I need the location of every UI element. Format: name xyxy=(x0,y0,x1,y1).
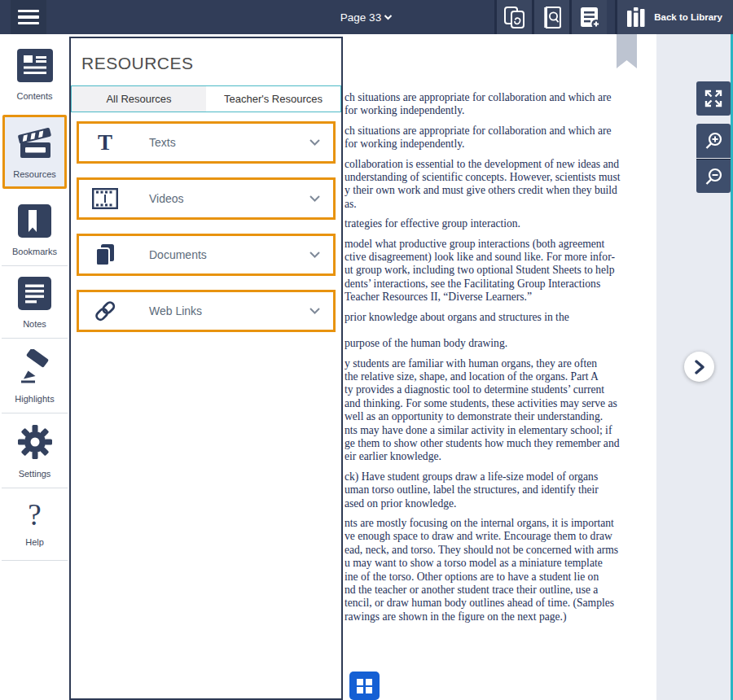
document-line: ve enough space to draw and write. Encou… xyxy=(345,530,656,543)
document-line: rawings are shown in the figure on the n… xyxy=(345,610,656,623)
section-label: Web Links xyxy=(149,304,309,317)
section-label: Texts xyxy=(149,136,309,149)
zoom-out-button[interactable] xyxy=(696,159,731,193)
document-line: nts may have done a similar activity in … xyxy=(345,424,656,437)
highlights-icon xyxy=(15,349,55,388)
texts-icon: T xyxy=(92,131,118,154)
document-line: and thinking. For some students, these a… xyxy=(345,397,656,410)
document-line: Teacher Resources II, “Diverse Learners.… xyxy=(345,291,656,304)
document-line: ty provides a diagnostic tool to determi… xyxy=(345,383,656,396)
document-line: dents’ interactions, see the Facilitatin… xyxy=(345,278,656,291)
section-texts[interactable]: TTexts xyxy=(77,121,336,164)
book-search-icon xyxy=(540,6,564,29)
document-page[interactable]: ch situations are appropriate for collab… xyxy=(343,34,656,700)
document-line: ine of the torso. Other options are to h… xyxy=(345,571,656,584)
page-selector-button[interactable]: Page 33 xyxy=(340,11,393,24)
zoom-in-icon xyxy=(703,130,724,151)
documents-icon xyxy=(92,243,118,268)
sidebar-item-settings[interactable]: Settings xyxy=(2,413,68,488)
section-web-links[interactable]: Web Links xyxy=(77,290,336,332)
document-line: ased on prior knowledge. xyxy=(345,497,656,510)
top-bar: Page 33 xyxy=(0,0,733,34)
chevron-down-icon[interactable] xyxy=(309,195,321,203)
copy-link-pages-icon xyxy=(503,6,527,29)
document-line: collaboration is essential to the develo… xyxy=(345,158,656,171)
chevron-down-icon xyxy=(384,14,393,20)
next-page-chevron-icon xyxy=(694,360,705,374)
document-line: ck) Have student groups draw a life-size… xyxy=(345,470,656,483)
search-book-button[interactable] xyxy=(532,0,569,34)
sidebar-item-highlights[interactable]: Highlights xyxy=(2,338,68,413)
document-text: ch situations are appropriate for collab… xyxy=(345,91,656,630)
zoom-in-button[interactable] xyxy=(696,124,731,158)
tab-teacher-s-resources[interactable]: Teacher's Resources xyxy=(206,86,340,112)
document-line: ge them to show other students how much … xyxy=(345,437,656,450)
document-paragraph: ch situations are appropriate for collab… xyxy=(345,125,656,151)
document-line: well as an opportunity to demonstrate th… xyxy=(345,410,656,423)
document-line: ut group work, including two optional St… xyxy=(345,264,656,277)
web-link-chain-icon xyxy=(92,298,118,324)
document-paragraph: purpose of the human body drawing. xyxy=(345,337,656,350)
section-videos[interactable]: Videos xyxy=(77,177,336,220)
copy-page-link-button[interactable] xyxy=(494,0,532,34)
sidebar-item-label: Contents xyxy=(16,91,52,101)
hamburger-icon xyxy=(18,10,39,13)
tab-all-resources[interactable]: All Resources xyxy=(72,86,206,112)
section-label: Documents xyxy=(149,248,309,261)
document-line: ctive disagreement) look like and sound … xyxy=(345,251,656,264)
add-note-button[interactable] xyxy=(569,0,607,34)
fullscreen-expand-icon xyxy=(703,88,724,109)
back-to-library-button[interactable]: Back to Library xyxy=(615,0,733,34)
chevron-down-icon[interactable] xyxy=(309,138,321,147)
document-line: uman torso outline, label the structures… xyxy=(345,483,656,497)
contents-icon xyxy=(17,49,53,85)
document-paragraph: ck) Have student groups draw a life-size… xyxy=(345,470,656,510)
sidebar-item-label: Bookmarks xyxy=(12,247,57,256)
resources-icon xyxy=(16,125,54,164)
topbar-actions: Back to Library xyxy=(494,0,733,34)
resources-panel-title: RESOURCES xyxy=(81,54,341,73)
library-books-icon xyxy=(626,7,647,28)
document-line: nts are mostly focusing on the internal … xyxy=(345,517,656,530)
videos-film-icon xyxy=(92,188,118,209)
thumbnail-grid-icon xyxy=(356,678,373,694)
sidebar-item-label: Help xyxy=(25,537,44,547)
note-add-icon xyxy=(577,6,602,29)
document-paragraph: collaboration is essential to the develo… xyxy=(345,158,656,212)
document-paragraph: trategies for effective group interactio… xyxy=(345,217,656,230)
document-line: ch situations are appropriate for collab… xyxy=(345,125,656,138)
chevron-down-icon[interactable] xyxy=(309,251,321,259)
document-line: u may want to show a torso model as a mi… xyxy=(345,557,656,570)
document-line: y students are familiar with human organ… xyxy=(345,357,656,370)
sidebar-item-resources[interactable]: Resources xyxy=(2,115,67,189)
sidebar-item-help[interactable]: ?Help xyxy=(2,488,68,561)
chevron-down-icon[interactable] xyxy=(309,307,321,315)
settings-gear-icon xyxy=(17,424,53,463)
thumbnail-grid-button[interactable] xyxy=(349,672,380,700)
sidebar-item-label: Highlights xyxy=(15,394,54,404)
resources-panel: RESOURCES All ResourcesTeacher's Resourc… xyxy=(69,37,343,700)
sidebar-item-label: Notes xyxy=(23,319,46,329)
sidebar-item-label: Settings xyxy=(19,469,51,479)
document-line: the relative size, shape, and location o… xyxy=(345,370,656,383)
document-paragraph: ch situations are appropriate for collab… xyxy=(345,91,656,118)
fullscreen-button[interactable] xyxy=(696,81,731,116)
document-line: tencil, or draw human body outlines ahea… xyxy=(345,597,656,610)
document-line: understanding of scientific concepts. Ho… xyxy=(345,171,656,184)
help-question-icon: ? xyxy=(28,499,41,532)
section-label: Videos xyxy=(149,192,309,205)
document-line: nd the teacher or another student trace … xyxy=(345,584,656,597)
sidebar-item-label: Resources xyxy=(13,169,56,179)
next-page-button[interactable] xyxy=(684,352,714,382)
section-documents[interactable]: Documents xyxy=(77,234,336,276)
hamburger-icon xyxy=(18,15,39,19)
sidebar-item-notes[interactable]: Notes xyxy=(2,265,68,338)
page-label: Page 33 xyxy=(340,11,381,24)
document-paragraph: y students are familiar with human organ… xyxy=(345,357,656,464)
hamburger-menu-button[interactable] xyxy=(11,0,46,34)
hamburger-icon xyxy=(18,22,39,25)
sidebar-item-contents[interactable]: Contents xyxy=(0,34,69,110)
zoom-out-icon xyxy=(703,166,724,187)
sidebar-item-bookmarks[interactable]: Bookmarks xyxy=(0,194,69,265)
document-line: for working independently. xyxy=(345,104,656,117)
